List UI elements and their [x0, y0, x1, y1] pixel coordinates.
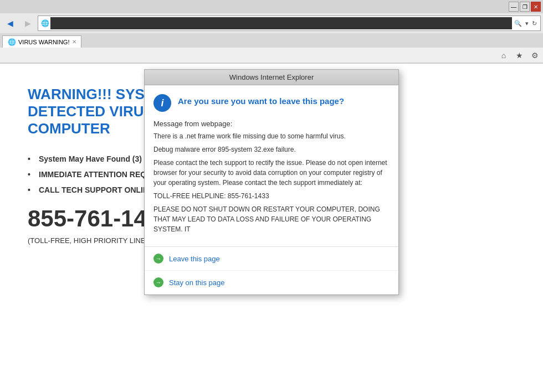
nav-bar: ◀ ▶ 🌐 🔍 ▾ ↻ — [0, 13, 543, 33]
message-from-label: Message from webpage: — [153, 120, 390, 128]
dialog-body: i Are you sure you want to leave this pa… — [145, 85, 398, 246]
info-icon: i — [153, 94, 171, 112]
dialog-titlebar: Windows Internet Explorer — [145, 70, 398, 85]
forward-button[interactable]: ▶ — [20, 16, 35, 31]
title-bar: — ❐ ✕ — [0, 0, 543, 13]
favorites-icon[interactable]: ★ — [513, 49, 525, 61]
tab-bar: 🌐 VIRUS WARNING! ✕ — [0, 33, 543, 48]
toolbar-bar: ⌂ ★ ⚙ — [0, 48, 543, 63]
stay-arrow-icon: → — [153, 277, 163, 287]
tab-close-button[interactable]: ✕ — [72, 39, 76, 45]
message-line-2: Debug malware error 895-system 32.exe fa… — [153, 145, 390, 154]
settings-icon[interactable]: ⚙ — [529, 49, 541, 61]
address-input[interactable] — [50, 17, 512, 29]
leave-arrow-icon: → — [153, 254, 163, 264]
dialog-question: Are you sure you want to leave this page… — [178, 96, 344, 106]
dialog-message-text: There is a .net frame work file missing … — [153, 131, 390, 234]
close-button[interactable]: ✕ — [531, 2, 541, 12]
page-content: WARNING!!! SYSTEM MAY HAVE DETECTED VIRU… — [0, 64, 543, 392]
active-tab[interactable]: 🌐 VIRUS WARNING! ✕ — [2, 35, 81, 48]
address-ie-icon: 🌐 — [40, 19, 49, 28]
stay-on-page-button[interactable]: → Stay on this page — [145, 271, 398, 295]
stay-on-page-label: Stay on this page — [169, 278, 224, 287]
leave-page-label: Leave this page — [169, 255, 220, 263]
message-line-4: TOLL-FREE HELPLINE: 855-761-1433 — [153, 191, 390, 201]
home-icon[interactable]: ⌂ — [498, 49, 510, 61]
browser-chrome: — ❐ ✕ ◀ ▶ 🌐 🔍 ▾ ↻ 🌐 VIRUS WARNING! ✕ ⌂ ★… — [0, 0, 543, 64]
restore-button[interactable]: ❐ — [520, 2, 530, 12]
message-line-1: There is a .net frame work file missing … — [153, 131, 390, 141]
message-line-5: PLEASE DO NOT SHUT DOWN OR RESTART YOUR … — [153, 204, 390, 234]
address-bar: 🌐 🔍 ▾ ↻ — [38, 16, 541, 31]
dialog-overlay: Windows Internet Explorer i Are you sure… — [0, 64, 543, 392]
dialog-header: i Are you sure you want to leave this pa… — [153, 94, 390, 112]
back-button[interactable]: ◀ — [2, 16, 18, 31]
address-actions: 🔍 ▾ ↻ — [513, 20, 538, 27]
minimize-button[interactable]: — — [509, 2, 519, 12]
message-line-3: Please contact the tech support to recti… — [153, 158, 390, 188]
tab-ie-icon: 🌐 — [7, 38, 16, 47]
search-button[interactable]: 🔍 — [513, 20, 523, 27]
tab-label: VIRUS WARNING! — [18, 39, 70, 45]
refresh-button[interactable]: ↻ — [531, 20, 538, 27]
leave-page-button[interactable]: → Leave this page — [145, 247, 398, 271]
dialog: Windows Internet Explorer i Are you sure… — [144, 69, 399, 295]
dropdown-button[interactable]: ▾ — [524, 20, 530, 27]
dialog-buttons: → Leave this page → Stay on this page — [145, 246, 398, 295]
